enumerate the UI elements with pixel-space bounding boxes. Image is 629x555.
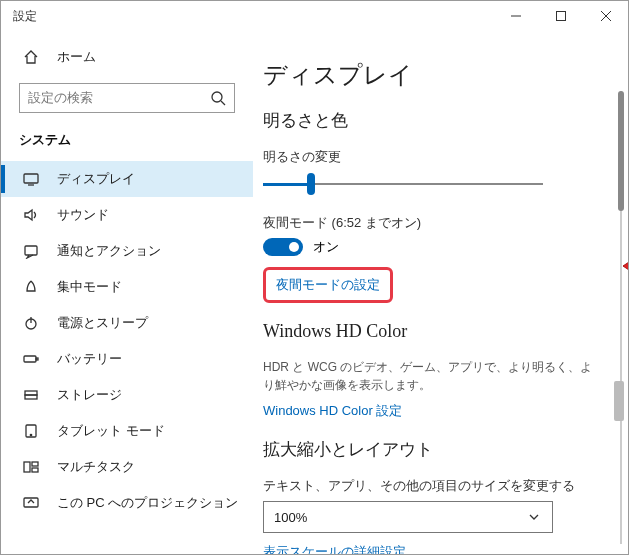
sidebar-item-label: この PC へのプロジェクション: [57, 494, 238, 512]
scale-select[interactable]: 100%: [263, 501, 553, 533]
svg-rect-11: [24, 356, 36, 362]
svg-point-16: [30, 434, 31, 435]
notifications-icon: [23, 243, 39, 259]
svg-line-5: [221, 101, 225, 105]
nightlight-settings-link[interactable]: 夜間モードの設定: [276, 277, 380, 292]
sidebar-item-label: ストレージ: [57, 386, 122, 404]
scrollbar-thumb[interactable]: [618, 91, 624, 211]
scale-label: テキスト、アプリ、その他の項目のサイズを変更する: [263, 477, 604, 495]
search-icon: [210, 90, 226, 106]
svg-rect-1: [556, 12, 565, 21]
sidebar-home[interactable]: ホーム: [1, 39, 253, 75]
page-title: ディスプレイ: [263, 59, 604, 91]
chevron-down-icon: [526, 509, 542, 525]
section-brightness: 明るさと色: [263, 109, 604, 132]
maximize-button[interactable]: [538, 1, 583, 31]
sidebar-item-power[interactable]: 電源とスリープ: [1, 305, 253, 341]
hdcolor-desc: HDR と WCG のビデオ、ゲーム、アプリで、より明るく、より鮮やかな画像を表…: [263, 358, 604, 394]
sidebar-item-label: タブレット モード: [57, 422, 165, 440]
sidebar-item-label: バッテリー: [57, 350, 122, 368]
storage-icon: [23, 387, 39, 403]
battery-icon: [23, 351, 39, 367]
sidebar-item-tablet[interactable]: タブレット モード: [1, 413, 253, 449]
scale-advanced-link[interactable]: 表示スケールの詳細設定: [263, 544, 406, 554]
display-icon: [23, 171, 39, 187]
section-hdcolor: Windows HD Color: [263, 321, 604, 342]
projection-icon: [23, 495, 39, 511]
sidebar-item-label: サウンド: [57, 206, 109, 224]
highlight-annotation: 夜間モードの設定: [263, 267, 393, 303]
multitask-icon: [23, 459, 39, 475]
sidebar-item-label: 集中モード: [57, 278, 122, 296]
svg-rect-6: [24, 174, 38, 183]
sidebar-item-label: ディスプレイ: [57, 170, 135, 188]
sidebar-category: システム: [1, 127, 253, 161]
hdcolor-link[interactable]: Windows HD Color 設定: [263, 403, 402, 418]
window-titlebar: 設定: [1, 1, 628, 31]
main-panel: ディスプレイ 明るさと色 明るさの変更 夜間モード (6:52 までオン) オン…: [253, 31, 628, 554]
nightlight-toggle[interactable]: オン: [263, 238, 339, 256]
scale-value: 100%: [274, 510, 307, 525]
focus-icon: [23, 279, 39, 295]
sidebar-item-label: マルチタスク: [57, 458, 135, 476]
svg-rect-18: [32, 462, 38, 466]
tablet-icon: [23, 423, 39, 439]
svg-rect-19: [32, 468, 38, 472]
sidebar-item-projection[interactable]: この PC へのプロジェクション: [1, 485, 253, 521]
arrow-annotation: [623, 236, 628, 296]
power-icon: [23, 315, 39, 331]
search-placeholder: 設定の検索: [28, 89, 93, 107]
sound-icon: [23, 207, 39, 223]
window-title: 設定: [13, 8, 37, 25]
sidebar-item-label: 電源とスリープ: [57, 314, 148, 332]
brightness-label: 明るさの変更: [263, 148, 604, 166]
section-scale: 拡大縮小とレイアウト: [263, 438, 604, 461]
sidebar-item-focus[interactable]: 集中モード: [1, 269, 253, 305]
svg-rect-12: [36, 358, 38, 360]
svg-rect-17: [24, 462, 30, 472]
slider-thumb[interactable]: [307, 173, 315, 195]
sidebar-item-battery[interactable]: バッテリー: [1, 341, 253, 377]
search-input[interactable]: 設定の検索: [19, 83, 235, 113]
nightlight-label: 夜間モード (6:52 までオン): [263, 214, 604, 232]
sidebar-item-notifications[interactable]: 通知とアクション: [1, 233, 253, 269]
sidebar-item-storage[interactable]: ストレージ: [1, 377, 253, 413]
toggle-state: オン: [313, 238, 339, 256]
sidebar-item-multitask[interactable]: マルチタスク: [1, 449, 253, 485]
svg-marker-21: [623, 246, 628, 286]
window-scrollbar-thumb[interactable]: [614, 381, 624, 421]
svg-rect-8: [25, 246, 37, 255]
close-button[interactable]: [583, 1, 628, 31]
sidebar-item-display[interactable]: ディスプレイ: [1, 161, 253, 197]
home-icon: [23, 49, 39, 65]
brightness-slider[interactable]: [263, 172, 543, 196]
sidebar: ホーム 設定の検索 システム ディスプレイ サウンド 通知とアクション 集中モー: [1, 31, 253, 554]
sidebar-item-label: 通知とアクション: [57, 242, 161, 260]
svg-point-4: [212, 92, 222, 102]
svg-rect-14: [25, 395, 37, 399]
minimize-button[interactable]: [493, 1, 538, 31]
sidebar-home-label: ホーム: [57, 48, 96, 66]
sidebar-item-sound[interactable]: サウンド: [1, 197, 253, 233]
